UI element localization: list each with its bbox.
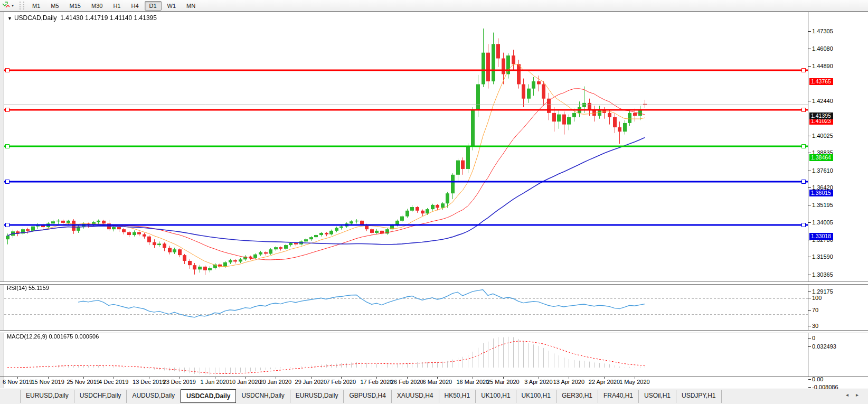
macd-tick-label: 0.032493 (812, 343, 836, 350)
macd-tick-label: 0.00 (812, 376, 823, 382)
price-tick-mark (808, 222, 811, 223)
timeframe-button-h4[interactable]: H4 (126, 1, 143, 11)
date-tick-mark (311, 377, 312, 379)
tab-scroll-left-icon[interactable]: ◂ (846, 392, 848, 398)
chart-tab-hk50-h1[interactable]: HK50,H1 (439, 390, 476, 403)
date-tick-label: 13 Apr 2020 (553, 379, 584, 385)
indicators-icon (2, 2, 10, 10)
mt4-application: ▾ M1M5M15M30H1H4D1W1MN ▼USDCAD,Daily 1.4… (0, 0, 868, 404)
rsi-tick-label: 30 (812, 323, 818, 329)
price-tick-mark (808, 240, 811, 240)
timeframe-button-w1[interactable]: W1 (163, 1, 181, 11)
price-tick-label: 1.37610 (812, 167, 833, 174)
chart-ohlc-values: 1.41430 1.41719 1.41140 1.41395 (60, 14, 157, 22)
chart-symbol-label: USDCAD,Daily (14, 14, 57, 22)
timeframe-button-m1[interactable]: M1 (27, 1, 45, 11)
timeframe-button-mn[interactable]: MN (182, 1, 200, 11)
date-tick-label: 10 Jan 2020 (229, 379, 261, 385)
tab-scroll-arrows: ◂ ▸ (846, 389, 868, 398)
timeframe-button-m15[interactable]: M15 (65, 1, 86, 11)
chart-tab-usoil-h1[interactable]: USOil,H1 (639, 390, 676, 403)
chart-tab-bar: EURUSD,DailyUSDCHF,DailyAUDUSD,DailyUSDC… (0, 389, 868, 404)
price-tick-label: 1.35195 (812, 202, 833, 208)
chart-tab-usdcad-daily[interactable]: USDCAD,Daily (181, 389, 236, 403)
current-price-tag: 1.41395 (809, 112, 833, 119)
rsi-tick-label: 100 (812, 295, 822, 301)
date-tick-mark (503, 377, 504, 379)
date-tick-mark (635, 377, 635, 379)
price-tick-mark (808, 171, 811, 171)
chart-tab-audusd-daily[interactable]: AUDUSD,Daily (127, 390, 181, 403)
timeframe-button-d1[interactable]: D1 (145, 1, 162, 11)
chart-window: ▼USDCAD,Daily 1.41430 1.41719 1.41140 1.… (0, 12, 868, 388)
chart-tab-xauusd-h4[interactable]: XAUUSD,H4 (392, 390, 439, 403)
timeframe-button-h1[interactable]: H1 (108, 1, 125, 11)
date-tick-label: 17 Feb 2020 (360, 379, 393, 385)
price-tick-label: 1.29175 (812, 288, 833, 295)
date-tick-mark (48, 377, 49, 379)
rsi-pane-canvas[interactable] (4, 284, 808, 330)
date-tick-label: 6 Mar 2020 (422, 379, 452, 385)
rsi-label: RSI(14) 55.1159 (7, 285, 49, 291)
price-chart-canvas[interactable] (4, 14, 808, 281)
chart-dropdown-icon[interactable]: ▼ (7, 16, 12, 21)
hline-price-tag[interactable]: 1.33018 (809, 233, 833, 240)
date-tick-label: 6 Nov 2019 (3, 379, 32, 385)
date-tick-label: 25 Nov 2019 (67, 379, 99, 385)
macd-pane-canvas[interactable] (4, 332, 808, 377)
timeframe-button-m5[interactable]: M5 (46, 1, 63, 11)
price-tick-mark (808, 31, 811, 32)
indicators-button[interactable]: ▾ (0, 0, 16, 11)
date-tick-mark (407, 377, 408, 379)
pane-separator[interactable] (0, 281, 868, 285)
chart-tab-usdcnh-daily[interactable]: USDCNH,Daily (236, 390, 290, 403)
rsi-tick-mark (808, 298, 811, 298)
pane-separator[interactable] (0, 330, 868, 333)
hline-price-tag[interactable]: 1.36015 (809, 190, 833, 196)
date-tick-mark (569, 377, 569, 379)
date-tick-mark (83, 377, 84, 379)
hline-price-tag[interactable]: 1.43765 (809, 78, 833, 85)
timeframe-toolbar: ▾ M1M5M15M30H1H4D1W1MN (0, 0, 868, 12)
date-tick-label: 4 Dec 2019 (99, 379, 128, 385)
price-tick-label: 1.47305 (812, 28, 833, 34)
price-tick-mark (808, 101, 811, 101)
chart-tab-ger30-h1[interactable]: GER30,H1 (556, 390, 598, 403)
date-tick-mark (114, 377, 114, 379)
date-tick-label: 1 Jan 2020 (201, 379, 229, 385)
date-tick-label: 16 Mar 2020 (456, 379, 489, 385)
price-tick-label: 1.42440 (812, 98, 833, 104)
date-tick-label: 3 Apr 2020 (524, 379, 552, 385)
price-tick-label: 1.30365 (812, 271, 833, 278)
date-tick-label: 29 Jan 2020 (295, 379, 327, 385)
price-tick-mark (808, 49, 811, 49)
macd-tick-label: -0.008086 (812, 384, 838, 390)
toolbar-drag-handle (20, 2, 24, 10)
hline-price-tag[interactable]: 1.38464 (809, 154, 833, 161)
chart-tab-fra40-h1[interactable]: FRA40,H1 (598, 390, 639, 403)
timeframe-button-m30[interactable]: M30 (87, 1, 107, 11)
date-tick-label: 25 Mar 2020 (487, 379, 520, 385)
chart-tab-eurusd-daily[interactable]: EURUSD,Daily (20, 390, 74, 403)
chart-tab-usdchf-daily[interactable]: USDCHF,Daily (74, 390, 127, 403)
date-tick-label: 13 Dec 2019 (133, 379, 165, 385)
date-tick-mark (341, 377, 342, 379)
date-axis-line (0, 377, 868, 377)
macd-tick-mark (808, 346, 811, 347)
chart-tab-eurusd-daily[interactable]: EURUSD,Daily (290, 390, 344, 403)
tab-scroll-right-icon[interactable]: ▸ (856, 392, 858, 398)
chart-title: ▼USDCAD,Daily 1.41430 1.41719 1.41140 1.… (7, 14, 157, 22)
chart-tab-uk100-h1[interactable]: UK100,H1 (476, 390, 516, 403)
chart-tab-usdjpy-h1[interactable]: USDJPY,H1 (676, 390, 721, 403)
macd-tick-mark (808, 379, 811, 380)
date-tick-label: 7 Feb 2020 (326, 379, 356, 385)
chart-tab-uk100-h1[interactable]: UK100,H1 (516, 390, 556, 403)
date-tick-mark (604, 377, 605, 379)
price-tick-mark (808, 292, 811, 292)
price-tick-label: 1.46080 (812, 45, 833, 52)
chart-tab-gbpusd-h4[interactable]: GBPUSD,H4 (344, 390, 391, 403)
date-tick-label: 23 Dec 2019 (163, 379, 196, 385)
rsi-tick-mark (808, 310, 811, 311)
date-tick-mark (376, 377, 377, 379)
date-tick-label: 15 Nov 2019 (31, 379, 64, 385)
